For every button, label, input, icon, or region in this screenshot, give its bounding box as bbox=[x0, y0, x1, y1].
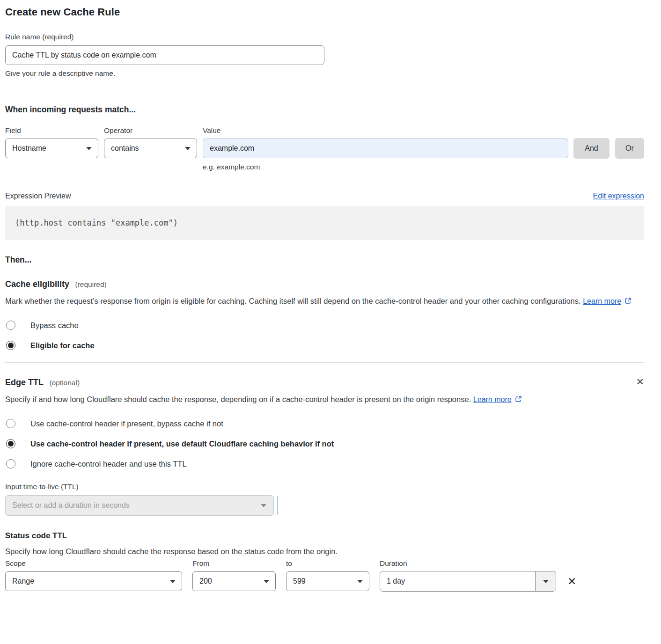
field-select-value: Hostname bbox=[12, 144, 46, 153]
chevron-down-icon bbox=[170, 580, 176, 583]
radio-option-label: Ignore cache-control header and use this… bbox=[30, 460, 187, 468]
status-code-ttl-title: Status code TTL bbox=[5, 531, 644, 541]
radio-option-bypass-cache[interactable]: Bypass cache bbox=[5, 321, 644, 330]
cache-eligibility-title: Cache eligibility bbox=[5, 279, 69, 289]
radio-icon bbox=[6, 341, 15, 350]
external-link-icon bbox=[624, 295, 632, 308]
edge-ttl-optional: (optional) bbox=[49, 379, 80, 387]
focus-indicator-bar bbox=[277, 496, 278, 515]
rule-name-label: Rule name (required) bbox=[5, 33, 644, 41]
delete-row-icon[interactable]: ✕ bbox=[567, 576, 576, 587]
radio-option-label: Bypass cache bbox=[30, 321, 79, 330]
radio-icon bbox=[6, 321, 15, 330]
radio-icon bbox=[6, 419, 15, 428]
duration-label: Duration bbox=[380, 559, 407, 568]
status-code-column-labels: Scope From to Duration bbox=[5, 559, 644, 568]
value-helper: e.g. example.com bbox=[203, 163, 644, 171]
edge-ttl-header: Edge TTL (optional) ✕ bbox=[5, 377, 644, 388]
value-input[interactable] bbox=[203, 139, 568, 158]
edit-expression-link[interactable]: Edit expression bbox=[593, 192, 644, 200]
create-cache-rule-form: Create new Cache Rule Rule name (require… bbox=[5, 0, 644, 606]
radio-icon bbox=[6, 459, 15, 468]
radio-option-cache-control-bypass[interactable]: Use cache-control header if present, byp… bbox=[5, 419, 644, 428]
radio-icon bbox=[6, 439, 15, 448]
rule-name-helper: Give your rule a descriptive name. bbox=[5, 69, 644, 78]
duration-select[interactable]: 1 day bbox=[380, 571, 556, 592]
from-select[interactable]: 200 bbox=[192, 571, 276, 591]
to-select[interactable]: 599 bbox=[286, 571, 369, 591]
close-icon[interactable]: ✕ bbox=[636, 377, 644, 387]
match-condition-row: Hostname contains And Or bbox=[5, 138, 644, 159]
duration-select-value: 1 day bbox=[380, 571, 535, 591]
radio-option-label: Use cache-control header if present, use… bbox=[30, 439, 334, 448]
radio-option-cache-control-default[interactable]: Use cache-control header if present, use… bbox=[5, 439, 644, 448]
to-select-value: 599 bbox=[293, 577, 306, 585]
cache-eligibility-required: (required) bbox=[75, 280, 107, 288]
from-select-value: 200 bbox=[199, 577, 212, 585]
match-column-labels: Field Operator Value bbox=[5, 126, 644, 135]
ttl-duration-placeholder: Select or add a duration in seconds bbox=[12, 501, 130, 510]
value-label: Value bbox=[203, 126, 221, 135]
chevron-down-icon bbox=[357, 580, 363, 583]
section-divider bbox=[5, 362, 644, 363]
chevron-down-icon bbox=[264, 580, 269, 583]
and-button[interactable]: And bbox=[573, 138, 610, 159]
cache-eligibility-description: Mark whether the request’s response from… bbox=[5, 294, 635, 308]
chevron-down-icon bbox=[185, 147, 191, 150]
field-select[interactable]: Hostname bbox=[5, 139, 98, 158]
cache-eligibility-learn-more-link[interactable]: Learn more bbox=[583, 297, 621, 305]
operator-label: Operator bbox=[104, 126, 203, 135]
from-label: From bbox=[192, 559, 286, 568]
section-divider bbox=[5, 92, 644, 92]
operator-select-value: contains bbox=[111, 144, 139, 153]
match-heading: When incoming requests match... bbox=[5, 105, 644, 115]
radio-option-label: Eligible for cache bbox=[30, 341, 95, 350]
scope-select[interactable]: Range bbox=[5, 571, 182, 591]
to-label: to bbox=[286, 559, 380, 568]
scope-label: Scope bbox=[5, 559, 192, 568]
chevron-down-icon bbox=[86, 147, 92, 150]
status-code-ttl-description: Specify how long Cloudflare should cache… bbox=[5, 547, 644, 556]
status-code-ttl-row: Range 200 599 1 day ✕ bbox=[5, 571, 644, 592]
edge-ttl-description: Specify if and how long Cloudflare shoul… bbox=[5, 393, 525, 406]
scope-select-value: Range bbox=[12, 577, 34, 585]
ttl-input-row: Select or add a duration in seconds bbox=[5, 495, 644, 516]
page-title: Create new Cache Rule bbox=[5, 6, 644, 18]
edge-ttl-title: Edge TTL bbox=[5, 378, 44, 387]
chevron-down-icon bbox=[253, 496, 273, 515]
field-label: Field bbox=[5, 126, 104, 135]
radio-option-label: Use cache-control header if present, byp… bbox=[30, 419, 223, 428]
expression-preview-code: (http.host contains "example.com") bbox=[5, 206, 644, 240]
rule-name-input[interactable] bbox=[5, 45, 324, 65]
radio-option-eligible-for-cache[interactable]: Eligible for cache bbox=[5, 341, 644, 350]
cache-eligibility-header: Cache eligibility (required) bbox=[5, 279, 644, 289]
external-link-icon bbox=[515, 393, 522, 406]
chevron-down-icon bbox=[535, 571, 556, 591]
ttl-duration-select[interactable]: Select or add a duration in seconds bbox=[5, 495, 274, 516]
expression-preview-label: Expression Preview bbox=[5, 192, 71, 200]
or-button[interactable]: Or bbox=[615, 138, 644, 159]
ttl-input-label: Input time-to-live (TTL) bbox=[5, 483, 644, 491]
expression-preview-header: Expression Preview Edit expression bbox=[5, 192, 644, 200]
operator-select[interactable]: contains bbox=[104, 139, 197, 158]
then-heading: Then... bbox=[5, 255, 644, 265]
edge-ttl-learn-more-link[interactable]: Learn more bbox=[473, 395, 512, 403]
radio-option-ignore-cache-control[interactable]: Ignore cache-control header and use this… bbox=[5, 459, 644, 468]
